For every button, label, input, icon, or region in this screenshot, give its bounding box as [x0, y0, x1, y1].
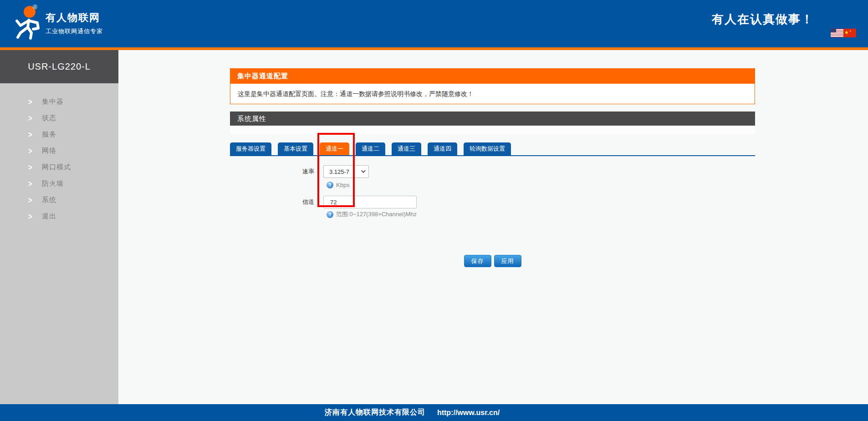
- rate-select[interactable]: 3.125-7: [323, 165, 369, 178]
- sidebar-item-label: 集中器: [42, 97, 64, 106]
- sidebar-item-firewall[interactable]: > 防火墙: [0, 175, 118, 192]
- help-icon: ?: [327, 182, 333, 188]
- channel-row: 信道: [230, 196, 417, 208]
- sidebar-item-label: 网络: [42, 147, 56, 155]
- apply-button[interactable]: 应用: [494, 255, 521, 267]
- sidebar-item-label: 系统: [42, 196, 56, 204]
- tab-channel-1[interactable]: 通道一: [320, 142, 349, 155]
- sidebar-item-label: 服务: [42, 130, 56, 139]
- page-note: 这里是集中器通道配置页面。注意：通道一数据请参照说明书修改，严禁随意修改！: [230, 83, 755, 104]
- sidebar-item-label: 防火墙: [42, 179, 64, 188]
- registered-mark: ®: [33, 4, 37, 10]
- device-model-header: USR-LG220-L: [0, 50, 118, 83]
- brand-tagline: 工业物联网通信专家: [46, 27, 103, 36]
- sidebar-menu: > 集中器 > 状态 > 服务 > 网络 > 网口模式 > 防火墙 > 系统 >…: [0, 83, 118, 224]
- sidebar-item-label: 退出: [42, 212, 56, 221]
- chevron-right-icon: >: [28, 211, 42, 221]
- rate-row: 速率 3.125-7: [230, 165, 369, 178]
- rate-hint-text: Kbps: [336, 182, 350, 188]
- language-switcher: ★ ★: [831, 29, 856, 37]
- tab-channel-3[interactable]: 通道三: [392, 142, 421, 155]
- footer-url-link[interactable]: http://www.usr.cn/: [437, 409, 500, 417]
- rate-label: 速率: [230, 167, 314, 176]
- sidebar-item-status[interactable]: > 状态: [0, 110, 118, 126]
- save-button[interactable]: 保存: [464, 255, 491, 267]
- channel-hint-text: 范围:0~127(398+Channel)Mhz: [336, 210, 417, 218]
- page-title: 集中器通道配置: [230, 68, 755, 83]
- sidebar-nav: > 集中器 > 状态 > 服务 > 网络 > 网口模式 > 防火墙 > 系统 >…: [0, 83, 118, 404]
- tab-poll-data-settings[interactable]: 轮询数据设置: [464, 142, 511, 155]
- sidebar-item-system[interactable]: > 系统: [0, 192, 118, 208]
- top-header: ® 有人物联网 工业物联网通信专家 有人在认真做事！ ★ ★: [0, 0, 868, 47]
- rate-select-value: 3.125-7: [324, 168, 349, 175]
- help-icon: ?: [327, 211, 333, 218]
- header-slogan: 有人在认真做事！: [712, 11, 814, 27]
- cn-flag-star-icon: ★: [844, 28, 849, 37]
- sidebar-item-concentrator[interactable]: > 集中器: [0, 93, 118, 110]
- tab-basic-settings[interactable]: 基本设置: [278, 142, 313, 155]
- footer-company: 济南有人物联网技术有限公司: [325, 408, 425, 417]
- chevron-right-icon: >: [28, 146, 42, 155]
- panel-strip: [230, 126, 755, 134]
- channel-tab-bar: 服务器设置 基本设置 通道一 通道二 通道三 通道四 轮询数据设置: [230, 142, 755, 156]
- action-buttons: 保存 应用: [230, 255, 755, 267]
- tab-server-settings[interactable]: 服务器设置: [230, 142, 271, 155]
- channel-label: 信道: [230, 198, 314, 206]
- us-flag-canton: [831, 29, 836, 32]
- sidebar-item-label: 网口模式: [42, 163, 71, 172]
- cn-flag-icon[interactable]: ★ ★: [843, 29, 856, 37]
- channel-input[interactable]: [323, 196, 417, 208]
- sidebar-item-logout[interactable]: > 退出: [0, 208, 118, 224]
- tab-channel-4[interactable]: 通道四: [428, 142, 457, 155]
- tab-channel-2[interactable]: 通道二: [356, 142, 385, 155]
- chevron-right-icon: >: [28, 113, 42, 122]
- main-content: 集中器通道配置 这里是集中器通道配置页面。注意：通道一数据请参照说明书修改，严禁…: [230, 50, 755, 404]
- sidebar-item-port-mode[interactable]: > 网口模式: [0, 159, 118, 175]
- chevron-right-icon: >: [28, 96, 42, 106]
- chevron-down-icon: [361, 168, 366, 173]
- section-title: 系统属性: [230, 112, 755, 126]
- usr-person-logo-icon: [11, 3, 48, 40]
- cn-flag-star-small-icon: ★: [849, 27, 851, 36]
- sidebar-item-service[interactable]: > 服务: [0, 126, 118, 142]
- brand-name: 有人物联网: [46, 11, 100, 25]
- sidebar-item-label: 状态: [42, 114, 56, 122]
- us-flag-icon[interactable]: [831, 29, 843, 37]
- page-footer: 济南有人物联网技术有限公司 http://www.usr.cn/: [0, 404, 868, 421]
- chevron-right-icon: >: [28, 162, 42, 172]
- chevron-right-icon: >: [28, 178, 42, 188]
- rate-hint: ? Kbps: [327, 181, 350, 188]
- channel-hint: ? 范围:0~127(398+Channel)Mhz: [327, 211, 417, 218]
- chevron-right-icon: >: [28, 129, 42, 139]
- sidebar-item-network[interactable]: > 网络: [0, 142, 118, 159]
- chevron-right-icon: >: [28, 195, 42, 204]
